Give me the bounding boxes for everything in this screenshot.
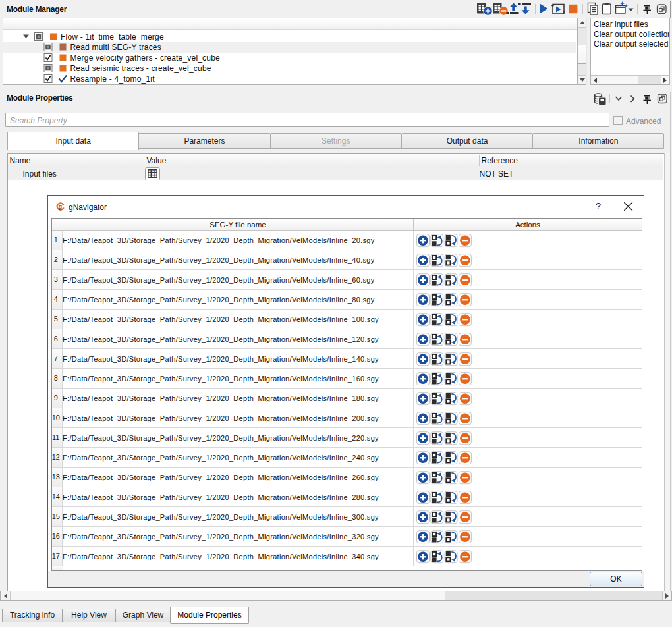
svg-text:g: g: [58, 204, 62, 210]
